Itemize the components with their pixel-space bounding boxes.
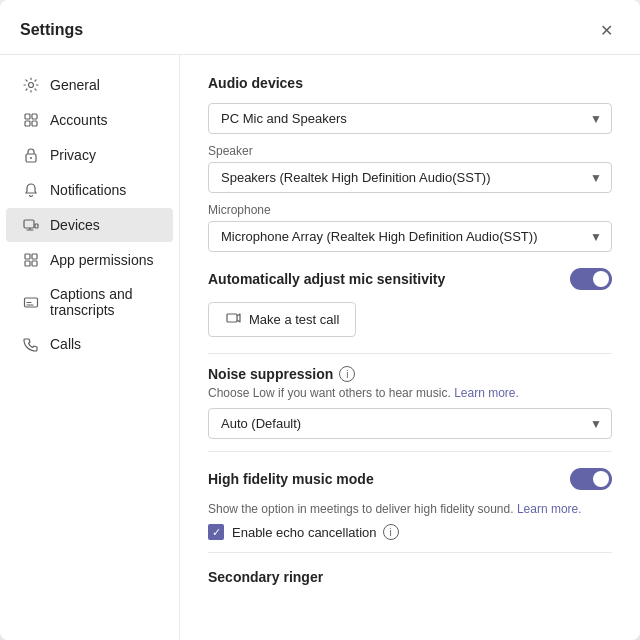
gear-icon	[22, 76, 40, 94]
sidebar-item-captions[interactable]: Captions and transcripts	[6, 278, 173, 326]
sidebar-label-captions: Captions and transcripts	[50, 286, 157, 318]
svg-rect-9	[25, 254, 30, 259]
svg-point-6	[30, 157, 32, 159]
devices-icon	[22, 216, 40, 234]
settings-window: Settings ✕ General Accounts	[0, 0, 640, 640]
speaker-label: Speaker	[208, 144, 612, 158]
noise-suppression-row: Noise suppression i	[208, 366, 612, 382]
microphone-label: Microphone	[208, 203, 612, 217]
svg-rect-4	[32, 121, 37, 126]
sidebar-label-privacy: Privacy	[50, 147, 96, 163]
audio-device-wrapper: PC Mic and Speakers ▼	[208, 103, 612, 134]
sidebar-label-accounts: Accounts	[50, 112, 108, 128]
lock-icon	[22, 146, 40, 164]
hifi-desc: Show the option in meetings to deliver h…	[208, 502, 612, 516]
sidebar-item-app-permissions[interactable]: App permissions	[6, 243, 173, 277]
noise-info-icon[interactable]: i	[339, 366, 355, 382]
sidebar-item-notifications[interactable]: Notifications	[6, 173, 173, 207]
svg-rect-1	[25, 114, 30, 119]
sidebar: General Accounts Privacy N	[0, 55, 180, 640]
secondary-ringer-title: Secondary ringer	[208, 569, 612, 585]
echo-label: Enable echo cancellation i	[232, 524, 399, 540]
divider-3	[208, 552, 612, 553]
divider-1	[208, 353, 612, 354]
noise-hint: Choose Low if you want others to hear mu…	[208, 386, 612, 400]
sidebar-label-devices: Devices	[50, 217, 100, 233]
noise-select-wrapper: Auto (Default) ▼	[208, 408, 612, 439]
title-bar: Settings ✕	[0, 0, 640, 55]
microphone-wrapper: Microphone Array (Realtek High Definitio…	[208, 221, 612, 252]
svg-rect-3	[25, 121, 30, 126]
settings-body: General Accounts Privacy N	[0, 55, 640, 640]
sidebar-item-calls[interactable]: Calls	[6, 327, 173, 361]
sidebar-item-devices[interactable]: Devices	[6, 208, 173, 242]
bell-icon	[22, 181, 40, 199]
hifi-learn-more-link[interactable]: Learn more.	[517, 502, 582, 516]
captions-icon	[22, 293, 40, 311]
microphone-select[interactable]: Microphone Array (Realtek High Definitio…	[208, 221, 612, 252]
hifi-knob	[593, 471, 609, 487]
sidebar-item-general[interactable]: General	[6, 68, 173, 102]
sidebar-label-general: General	[50, 77, 100, 93]
sidebar-item-accounts[interactable]: Accounts	[6, 103, 173, 137]
main-content: Audio devices PC Mic and Speakers ▼ Spea…	[180, 55, 640, 640]
sidebar-label-notifications: Notifications	[50, 182, 126, 198]
test-call-label: Make a test call	[249, 312, 339, 327]
auto-adjust-label: Automatically adjust mic sensitivity	[208, 271, 445, 287]
auto-adjust-knob	[593, 271, 609, 287]
speaker-select[interactable]: Speakers (Realtek High Definition Audio(…	[208, 162, 612, 193]
svg-rect-14	[227, 314, 237, 322]
svg-rect-2	[32, 114, 37, 119]
hifi-label: High fidelity music mode	[208, 471, 374, 487]
echo-checkbox[interactable]: ✓	[208, 524, 224, 540]
svg-rect-7	[24, 220, 34, 228]
sidebar-item-privacy[interactable]: Privacy	[6, 138, 173, 172]
echo-checkmark: ✓	[212, 526, 221, 539]
noise-learn-more-link[interactable]: Learn more.	[454, 386, 519, 400]
svg-rect-11	[25, 261, 30, 266]
echo-info-icon[interactable]: i	[383, 524, 399, 540]
grid-icon	[22, 251, 40, 269]
account-icon	[22, 111, 40, 129]
test-call-button[interactable]: Make a test call	[208, 302, 356, 337]
svg-rect-8	[35, 224, 38, 228]
svg-point-0	[29, 83, 34, 88]
noise-select[interactable]: Auto (Default)	[208, 408, 612, 439]
test-call-icon	[225, 310, 241, 329]
auto-adjust-row: Automatically adjust mic sensitivity	[208, 268, 612, 290]
audio-devices-title: Audio devices	[208, 75, 612, 91]
close-button[interactable]: ✕	[592, 16, 620, 44]
divider-2	[208, 451, 612, 452]
hifi-toggle[interactable]	[570, 468, 612, 490]
audio-device-select[interactable]: PC Mic and Speakers	[208, 103, 612, 134]
phone-icon	[22, 335, 40, 353]
window-title: Settings	[20, 21, 83, 39]
speaker-wrapper: Speakers (Realtek High Definition Audio(…	[208, 162, 612, 193]
sidebar-label-calls: Calls	[50, 336, 81, 352]
svg-rect-10	[32, 254, 37, 259]
auto-adjust-toggle[interactable]	[570, 268, 612, 290]
noise-suppression-title: Noise suppression	[208, 366, 333, 382]
svg-rect-12	[32, 261, 37, 266]
echo-row: ✓ Enable echo cancellation i	[208, 524, 612, 540]
sidebar-label-app-permissions: App permissions	[50, 252, 154, 268]
hifi-row: High fidelity music mode	[208, 468, 612, 490]
